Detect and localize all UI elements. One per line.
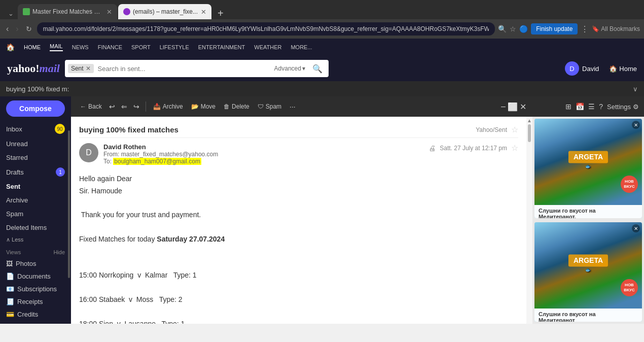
home-button[interactable]: 🏠 Home — [609, 65, 637, 73]
reply-all-button[interactable]: ⇐ — [119, 100, 129, 113]
ad-1-close-button[interactable]: ✕ — [632, 121, 640, 129]
receipts-label: Receipts — [17, 298, 43, 305]
search-tag-close-icon[interactable]: ✕ — [86, 65, 91, 72]
nav-more[interactable]: MORE... — [291, 44, 312, 50]
calendar-icon-button[interactable]: 📅 — [576, 102, 584, 111]
advanced-search-button[interactable]: Advanced ▾ — [271, 65, 308, 72]
views-label: Views — [6, 249, 21, 255]
sidebar-item-starred[interactable]: Starred — [0, 151, 71, 164]
sender-avatar: D — [79, 143, 98, 162]
sidebar-item-credits[interactable]: 💳 Credits — [0, 308, 71, 321]
sender-from: From: master_fixed_matches@yahoo.com — [103, 151, 423, 158]
print-button[interactable]: 🖨 — [428, 144, 436, 152]
main-content: Compose Inbox 90 Unread Starred Drafts 1… — [0, 96, 644, 324]
nav-forward-button[interactable]: › — [14, 23, 20, 35]
body-thanks: Thank you for your trust and payment. — [79, 209, 518, 221]
body-greeting-1: Hello again Dear — [79, 173, 518, 185]
user-name: David — [582, 65, 599, 73]
list-icon-button[interactable]: ☰ — [588, 102, 595, 111]
browser-search-icon[interactable]: 🔍 — [498, 25, 507, 33]
sidebar-item-sent[interactable]: Sent — [0, 180, 71, 193]
move-button[interactable]: 📂 Move — [188, 101, 219, 112]
tab-2-close[interactable]: ✕ — [201, 8, 206, 16]
bookmark-icon[interactable]: ☆ — [510, 25, 516, 33]
tab-1[interactable]: Master Fixed Matches – Footba ✕ — [18, 4, 117, 19]
settings-button[interactable]: Settings ⚙ — [607, 103, 639, 111]
tab-2[interactable]: (emails) – master_fixe... ✕ — [118, 4, 211, 19]
help-icon-button[interactable]: ? — [599, 102, 603, 111]
conversation-chevron[interactable]: ∨ — [633, 85, 638, 93]
ad-1-main-text: Слушни го вкусот наМедитеранот. — [539, 208, 596, 218]
sidebar-item-inbox[interactable]: Inbox 90 — [0, 121, 71, 137]
reply-button[interactable]: ↩ — [107, 100, 117, 113]
advanced-label: Advanced — [274, 65, 301, 72]
scroll-thumb[interactable] — [528, 124, 531, 142]
nav-back-button[interactable]: ‹ — [4, 23, 11, 35]
address-input[interactable] — [37, 22, 495, 36]
scroll-up-arrow[interactable]: ▲ — [526, 117, 532, 124]
more-label: ··· — [290, 102, 296, 111]
sidebar-item-travel[interactable]: ✈ Travel — [0, 321, 71, 324]
resize-pane-button[interactable]: ⬜ — [508, 102, 518, 112]
ad-2-close-button[interactable]: ✕ — [632, 224, 640, 232]
sidebar-sent-label: Sent — [6, 183, 65, 190]
nav-reload-button[interactable]: ↻ — [24, 24, 34, 34]
more-button[interactable]: ··· — [287, 100, 299, 113]
right-panel: ⊞ 📅 ☰ ? Settings ⚙ AD ✕ НОВВКУС — [532, 96, 644, 324]
nav-home[interactable]: HOME — [24, 44, 41, 50]
browser-menu-button[interactable]: ⋮ — [581, 24, 589, 34]
minimize-pane-button[interactable]: – — [501, 102, 506, 111]
delete-button[interactable]: 🗑 Delete — [221, 101, 253, 112]
browser-extension-icon[interactable]: 🔵 — [519, 25, 528, 33]
nav-weather[interactable]: WEATHER — [254, 44, 281, 50]
nav-finance[interactable]: FINANCE — [98, 44, 122, 50]
sidebar-item-archive[interactable]: Archive — [0, 193, 71, 207]
browser-chrome: ⌄ Master Fixed Matches – Footba ✕ (email… — [0, 0, 644, 324]
sidebar-item-documents[interactable]: 📄 Documents — [0, 270, 71, 283]
email-scrollbar[interactable]: ▲ — [526, 117, 532, 324]
user-area[interactable]: D David — [565, 61, 599, 76]
less-button[interactable]: ∧ ∧ Less Less — [0, 234, 71, 245]
tab-1-close[interactable]: ✕ — [106, 8, 112, 16]
search-tag: Sent ✕ — [68, 64, 94, 73]
tab-list-button[interactable]: ⌄ — [4, 8, 18, 19]
compose-button[interactable]: Compose — [6, 100, 65, 117]
sender-to-row: To: boulgham_ham007@gmail.com — [103, 158, 423, 165]
back-button[interactable]: ← Back — [77, 101, 105, 112]
star-button[interactable]: ☆ — [511, 125, 518, 134]
sidebar-item-subscriptions[interactable]: 📧 Subscriptions — [0, 283, 71, 295]
back-label: Back — [88, 103, 102, 110]
match-1: 15:00 Norrkoping v Kalmar Type: 1 — [79, 269, 518, 282]
nav-news[interactable]: NEWS — [72, 44, 89, 50]
sidebar-item-photos[interactable]: 🖼 Photos — [0, 257, 71, 270]
close-pane-button[interactable]: ✕ — [520, 102, 526, 112]
nav-mail[interactable]: MAIL — [50, 43, 63, 51]
all-bookmarks-button[interactable]: 🔖All Bookmarks — [592, 25, 640, 32]
spam-button[interactable]: 🛡 Spam — [255, 101, 284, 112]
sender-from-address: master_fixed_matches@yahoo.com — [121, 151, 219, 158]
sidebar-item-receipts[interactable]: 🧾 Receipts — [0, 295, 71, 308]
finish-update-button[interactable]: Finish update — [531, 23, 578, 35]
nav-sport[interactable]: SPORT — [131, 44, 151, 50]
sidebar-item-deleted[interactable]: Deleted Items — [0, 221, 71, 234]
ad-2-badge: НОВВКУС — [621, 279, 638, 296]
sidebar-item-drafts[interactable]: Drafts 1 — [0, 164, 71, 180]
sidebar-unread-label: Unread — [6, 140, 65, 148]
archive-button[interactable]: 📥 Archive — [150, 101, 186, 112]
nav-entertainment[interactable]: ENTERTAINMENT — [198, 44, 245, 50]
travel-label: Travel — [15, 323, 33, 324]
views-section-header: Views Hide — [0, 247, 71, 257]
mail-header: yahoo!mail Sent ✕ Advanced ▾ 🔍 D David — [0, 56, 644, 81]
new-tab-button[interactable]: + — [213, 8, 228, 19]
views-hide-button[interactable]: Hide — [53, 249, 65, 255]
grid-icon-button[interactable]: ⊞ — [565, 102, 571, 111]
search-input[interactable] — [95, 65, 271, 73]
bookmarks-label: All Bookmarks — [601, 25, 640, 32]
search-button[interactable]: 🔍 — [308, 64, 327, 74]
sidebar-item-unread[interactable]: Unread — [0, 137, 71, 151]
nav-lifestyle[interactable]: LIFESTYLE — [160, 44, 189, 50]
sidebar-item-spam[interactable]: Spam — [0, 207, 71, 221]
forward-button[interactable]: ↪ — [131, 100, 141, 113]
email-star-button[interactable]: ☆ — [511, 143, 518, 153]
search-bar: Sent ✕ Advanced ▾ 🔍 — [65, 60, 329, 77]
